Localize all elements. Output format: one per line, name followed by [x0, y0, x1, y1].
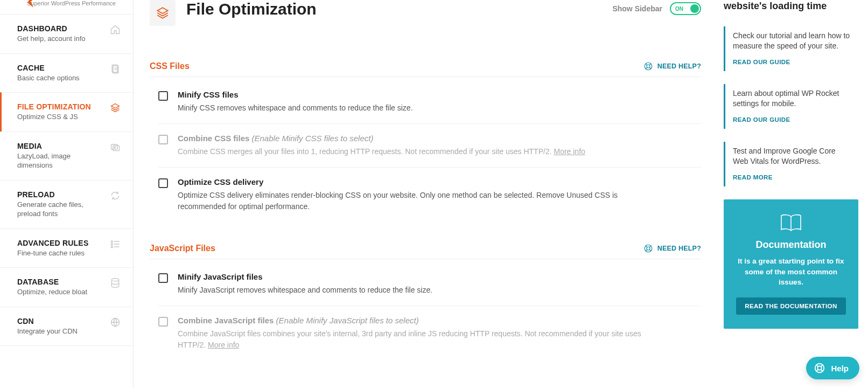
option-title: Minify CSS files — [178, 90, 413, 99]
combine-css-checkbox — [158, 135, 168, 144]
sidebar-item-subtitle: Integrate your CDN — [17, 327, 104, 336]
sidebar-item-title: DATABASE — [17, 278, 104, 286]
tip-card: Learn about optimal WP Rocket settings f… — [724, 84, 858, 129]
main-content: File Optimization Show Sidebar ON CSS Fi… — [134, 0, 717, 388]
sidebar-item-subtitle: LazyLoad, image dimensions — [17, 151, 104, 170]
sidebar-item-title: PRELOAD — [17, 190, 104, 199]
sidebar-nav: Superior WordPress Performance DASHBOARD… — [0, 0, 134, 388]
svg-rect-7 — [111, 246, 113, 248]
option-title: Combine JavaScript files (Enable Minify … — [178, 316, 646, 325]
list-icon — [109, 239, 121, 250]
section-heading: CSS Files — [150, 61, 190, 71]
tip-text: Check our tutorial and learn how to meas… — [733, 31, 853, 52]
layers-icon — [109, 102, 121, 113]
option-combine-css: Combine CSS files (Enable Minify CSS fil… — [158, 124, 701, 168]
sidebar-item-cache[interactable]: CACHEBasic cache options — [0, 53, 133, 93]
need-help-label: NEED HELP? — [657, 245, 701, 252]
tip-link[interactable]: READ MORE — [733, 174, 773, 181]
sidebar-item-subtitle: Get help, account info — [17, 34, 104, 44]
option-description: Minify JavaScript removes whitespace and… — [178, 285, 432, 296]
option-description: Combine CSS merges all your files into 1… — [178, 146, 585, 157]
tip-text: Test and Improve Google Core Web Vitals … — [733, 146, 853, 167]
show-sidebar-label: Show Sidebar — [612, 4, 662, 13]
tip-link[interactable]: READ OUR GUIDE — [733, 116, 790, 123]
help-label: Help — [831, 364, 849, 373]
option-minify-js: Minify JavaScript filesMinify JavaScript… — [158, 262, 701, 306]
brand-area: Superior WordPress Performance — [0, 0, 133, 14]
minify-css-checkbox[interactable] — [158, 91, 168, 101]
section-heading: JavaScript Files — [150, 244, 215, 253]
more-info-link[interactable]: More info — [554, 147, 585, 156]
page-icon — [109, 64, 121, 74]
home-icon — [109, 24, 121, 35]
option-minify-css: Minify CSS filesMinify CSS removes white… — [158, 80, 701, 124]
minify-js-checkbox[interactable] — [158, 273, 168, 283]
combine-js-checkbox — [158, 317, 168, 327]
need-help-label: NEED HELP? — [657, 63, 701, 70]
tip-text: Learn about optimal WP Rocket settings f… — [733, 88, 853, 109]
help-button[interactable]: Help — [806, 357, 859, 379]
page-header: File Optimization Show Sidebar ON — [150, 0, 701, 26]
sidebar-item-preload[interactable]: PRELOADGenerate cache files, preload fon… — [0, 180, 133, 228]
lifering-icon — [643, 61, 653, 71]
sidebar-item-subtitle: Generate cache files, preload fonts — [17, 200, 104, 219]
read-documentation-button[interactable]: READ THE DOCUMENTATION — [736, 297, 845, 315]
need-help-link[interactable]: NEED HELP? — [643, 61, 701, 71]
globe-icon — [109, 317, 121, 328]
sidebar-item-title: CDN — [17, 317, 104, 325]
sidebar-item-title: DASHBOARD — [17, 24, 104, 33]
sidebar-item-subtitle: Optimize CSS & JS — [17, 112, 104, 122]
svg-point-11 — [647, 65, 650, 68]
sidebar-item-dashboard[interactable]: DASHBOARDGet help, account info — [0, 14, 133, 53]
layers-icon — [150, 0, 176, 26]
more-info-link[interactable]: More info — [208, 341, 239, 349]
aside-title: website's loading time — [724, 0, 858, 12]
show-sidebar-toggle[interactable]: ON — [670, 2, 701, 15]
section-header: JavaScript FilesNEED HELP? — [150, 244, 701, 259]
lifering-icon — [814, 362, 825, 374]
option-title: Combine CSS files (Enable Minify CSS fil… — [178, 134, 585, 143]
sidebar-item-cdn[interactable]: CDNIntegrate your CDN — [0, 307, 133, 347]
toggle-state-text: ON — [675, 6, 683, 12]
svg-point-8 — [111, 279, 118, 281]
tip-link[interactable]: READ OUR GUIDE — [733, 59, 790, 65]
svg-rect-3 — [113, 146, 120, 150]
option-description: Combine JavaScript files combines your s… — [178, 328, 646, 351]
optimize-css-delivery-checkbox[interactable] — [158, 178, 168, 188]
sidebar-item-subtitle: Optimize, reduce bloat — [17, 287, 104, 297]
documentation-title: Documentation — [734, 239, 848, 251]
option-hint: (Enable Minify JavaScript files to selec… — [276, 316, 419, 325]
logo-icon — [26, 0, 33, 8]
refresh-icon — [109, 190, 121, 201]
sidebar-item-file-optimization[interactable]: FILE OPTIMIZATIONOptimize CSS & JS — [0, 92, 133, 131]
svg-point-4 — [114, 147, 116, 148]
option-combine-js: Combine JavaScript files (Enable Minify … — [158, 306, 701, 361]
images-icon — [109, 142, 121, 153]
sidebar-item-advanced-rules[interactable]: ADVANCED RULESFine-tune cache rules — [0, 228, 133, 268]
sidebar-item-subtitle: Fine-tune cache rules — [17, 248, 104, 258]
documentation-card: Documentation It is a great starting poi… — [724, 199, 858, 329]
tip-card: Check our tutorial and learn how to meas… — [724, 26, 858, 71]
sidebar-item-database[interactable]: DATABASEOptimize, reduce bloat — [0, 267, 133, 307]
sidebar-item-media[interactable]: MEDIALazyLoad, image dimensions — [0, 131, 133, 180]
option-optimize-css-delivery: Optimize CSS deliveryOptimize CSS delive… — [158, 168, 701, 222]
section-header: CSS FilesNEED HELP? — [150, 61, 701, 77]
option-description: Minify CSS removes whitespace and commen… — [178, 102, 413, 114]
toggle-knob — [690, 4, 699, 13]
database-icon — [109, 278, 121, 288]
option-hint: (Enable Minify CSS files to select) — [252, 134, 374, 143]
sidebar-item-title: MEDIA — [17, 142, 104, 150]
page-title: File Optimization — [186, 0, 317, 18]
option-list: Minify JavaScript filesMinify JavaScript… — [150, 259, 701, 377]
svg-rect-5 — [111, 241, 113, 242]
option-list: Minify CSS filesMinify CSS removes white… — [150, 77, 701, 238]
aside-panel: website's loading time Check our tutoria… — [717, 0, 868, 388]
brand-tagline: Superior WordPress Performance — [27, 0, 122, 6]
option-title: Minify JavaScript files — [178, 272, 432, 281]
need-help-link[interactable]: NEED HELP? — [643, 244, 701, 253]
sidebar-item-title: ADVANCED RULES — [17, 239, 104, 247]
sidebar-item-subtitle: Basic cache options — [17, 73, 104, 83]
option-title: Optimize CSS delivery — [178, 177, 646, 186]
option-description: Optimize CSS delivery eliminates render-… — [178, 190, 646, 212]
lifering-icon — [643, 244, 653, 253]
